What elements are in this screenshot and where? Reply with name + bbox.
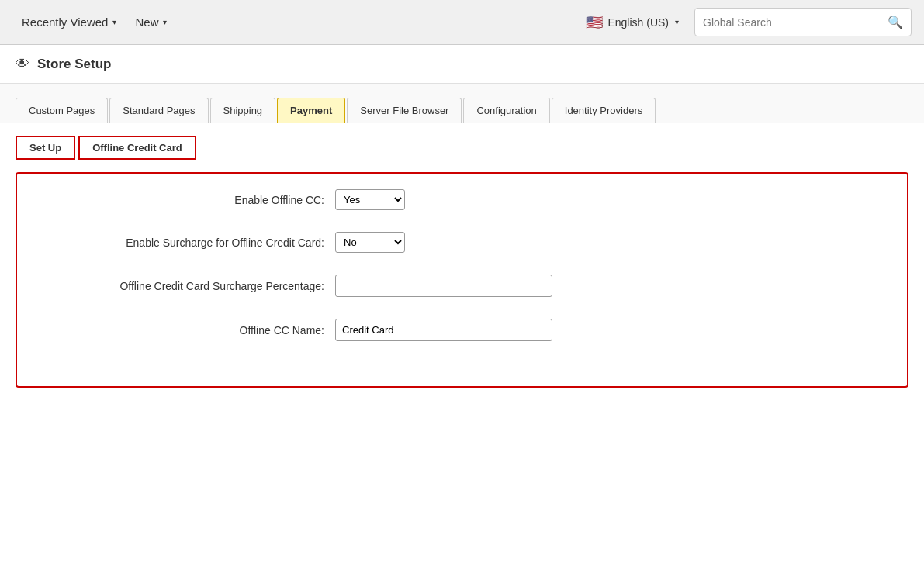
global-search-box: 🔍 (694, 8, 912, 36)
tab-payment[interactable]: Payment (277, 98, 345, 123)
cc-name-input[interactable] (335, 319, 552, 341)
surcharge-percentage-input[interactable] (335, 275, 552, 297)
surcharge-percentage-control (335, 275, 568, 297)
tab-server-file-browser[interactable]: Server File Browser (347, 98, 462, 123)
language-label: English (US) (607, 16, 669, 29)
cc-name-row: Offline CC Name: (40, 319, 884, 341)
enable-surcharge-control: No Yes (335, 232, 568, 253)
enable-offline-cc-label: Enable Offline CC: (40, 194, 335, 206)
language-chevron-icon: ▾ (675, 18, 679, 26)
search-button[interactable]: 🔍 (880, 9, 911, 36)
tab-identity-providers[interactable]: Identity Providers (552, 98, 656, 123)
recently-viewed-label: Recently Viewed (22, 16, 108, 29)
sub-tab-setup[interactable]: Set Up (16, 136, 75, 160)
enable-surcharge-label: Enable Surcharge for Offline Credit Card… (40, 237, 335, 249)
surcharge-percentage-label: Offline Credit Card Surcharge Percentage… (40, 280, 335, 292)
store-setup-header: 👁 Store Setup (0, 45, 924, 84)
search-input[interactable] (695, 10, 880, 35)
new-chevron-icon: ▾ (163, 18, 167, 26)
page-title: Store Setup (37, 57, 111, 72)
main-tabs: Custom Pages Standard Pages Shipping Pay… (16, 98, 908, 123)
language-selector[interactable]: 🇺🇸 English (US) ▾ (586, 14, 679, 31)
surcharge-percentage-row: Offline Credit Card Surcharge Percentage… (40, 275, 884, 297)
form-panel: Enable Offline CC: Yes No Enable Surchar… (16, 172, 908, 388)
cc-name-control (335, 319, 568, 341)
cc-name-label: Offline CC Name: (40, 324, 335, 337)
enable-offline-cc-select[interactable]: Yes No (335, 189, 405, 210)
tabs-container: Custom Pages Standard Pages Shipping Pay… (0, 84, 924, 123)
page-content: 👁 Store Setup Custom Pages Standard Page… (0, 45, 924, 587)
new-button[interactable]: New ▾ (126, 9, 176, 35)
enable-offline-cc-row: Enable Offline CC: Yes No (40, 189, 884, 210)
tab-standard-pages[interactable]: Standard Pages (109, 98, 208, 123)
new-label: New (135, 16, 158, 29)
sub-tabs: Set Up Offline Credit Card (16, 136, 908, 160)
tab-configuration[interactable]: Configuration (463, 98, 549, 123)
top-nav: Recently Viewed ▾ New ▾ 🇺🇸 English (US) … (0, 0, 924, 45)
sub-tab-offline-credit-card[interactable]: Offline Credit Card (78, 136, 196, 160)
recently-viewed-chevron-icon: ▾ (112, 18, 116, 26)
flag-icon: 🇺🇸 (586, 14, 603, 31)
tab-shipping[interactable]: Shipping (210, 98, 276, 123)
enable-surcharge-row: Enable Surcharge for Offline Credit Card… (40, 232, 884, 253)
recently-viewed-button[interactable]: Recently Viewed ▾ (12, 9, 126, 35)
eye-icon: 👁 (16, 56, 29, 72)
enable-offline-cc-control: Yes No (335, 189, 568, 210)
sub-tabs-container: Set Up Offline Credit Card (0, 123, 924, 160)
enable-surcharge-select[interactable]: No Yes (335, 232, 405, 253)
tab-custom-pages[interactable]: Custom Pages (16, 98, 108, 123)
